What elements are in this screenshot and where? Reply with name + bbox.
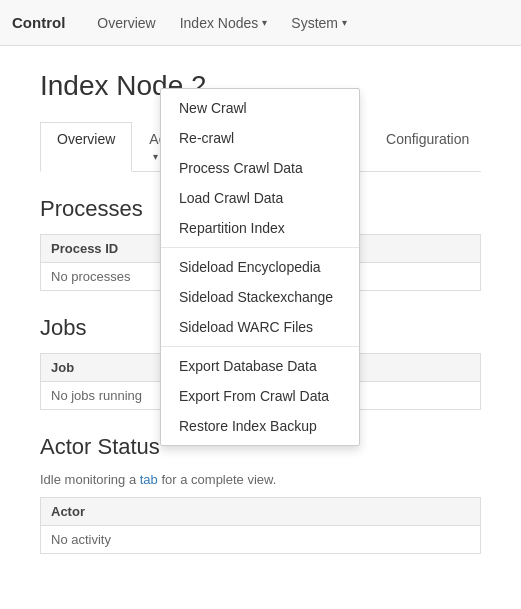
dropdown-item-restore-backup[interactable]: Restore Index Backup bbox=[161, 411, 359, 441]
actor-column: Actor bbox=[41, 498, 481, 526]
dropdown-item-sideload-stackexchange[interactable]: Sideload Stackexchange bbox=[161, 282, 359, 312]
dropdown-item-export-crawl[interactable]: Export From Crawl Data bbox=[161, 381, 359, 411]
brand-label: Control bbox=[12, 14, 65, 31]
dropdown-divider-1 bbox=[161, 247, 359, 248]
dropdown-item-export-db[interactable]: Export Database Data bbox=[161, 351, 359, 381]
monitoring-text: Idle monitoring a tab for a complete vie… bbox=[40, 472, 481, 487]
nav-index-nodes[interactable]: Index Nodes ▾ bbox=[168, 0, 280, 45]
index-nodes-caret: ▾ bbox=[262, 17, 267, 28]
dropdown-item-sideload-encyclopedia[interactable]: Sideload Encyclopedia bbox=[161, 252, 359, 282]
dropdown-item-repartition[interactable]: Repartition Index bbox=[161, 213, 359, 243]
nav-overview[interactable]: Overview bbox=[85, 0, 167, 45]
top-nav: Control Overview Index Nodes ▾ System ▾ bbox=[0, 0, 521, 46]
monitoring-link[interactable]: tab bbox=[140, 472, 158, 487]
actions-caret: ▾ bbox=[153, 151, 158, 162]
actor-empty-message: No activity bbox=[41, 526, 481, 554]
nav-system[interactable]: System ▾ bbox=[279, 0, 359, 45]
dropdown-item-new-crawl[interactable]: New Crawl bbox=[161, 93, 359, 123]
tab-overview[interactable]: Overview bbox=[40, 122, 132, 172]
actor-status-section: Actor Status Idle monitoring a tab for a… bbox=[40, 434, 481, 554]
actor-empty-row: No activity bbox=[41, 526, 481, 554]
dropdown-item-recrawl[interactable]: Re-crawl bbox=[161, 123, 359, 153]
dropdown-item-load-crawl[interactable]: Load Crawl Data bbox=[161, 183, 359, 213]
dropdown-item-sideload-warc[interactable]: Sideload WARC Files bbox=[161, 312, 359, 342]
tab-configuration[interactable]: Configuration bbox=[369, 122, 486, 172]
actions-dropdown: New Crawl Re-crawl Process Crawl Data Lo… bbox=[160, 88, 360, 446]
dropdown-item-process-crawl[interactable]: Process Crawl Data bbox=[161, 153, 359, 183]
system-caret: ▾ bbox=[342, 17, 347, 28]
actor-table: Actor No activity bbox=[40, 497, 481, 554]
dropdown-divider-2 bbox=[161, 346, 359, 347]
